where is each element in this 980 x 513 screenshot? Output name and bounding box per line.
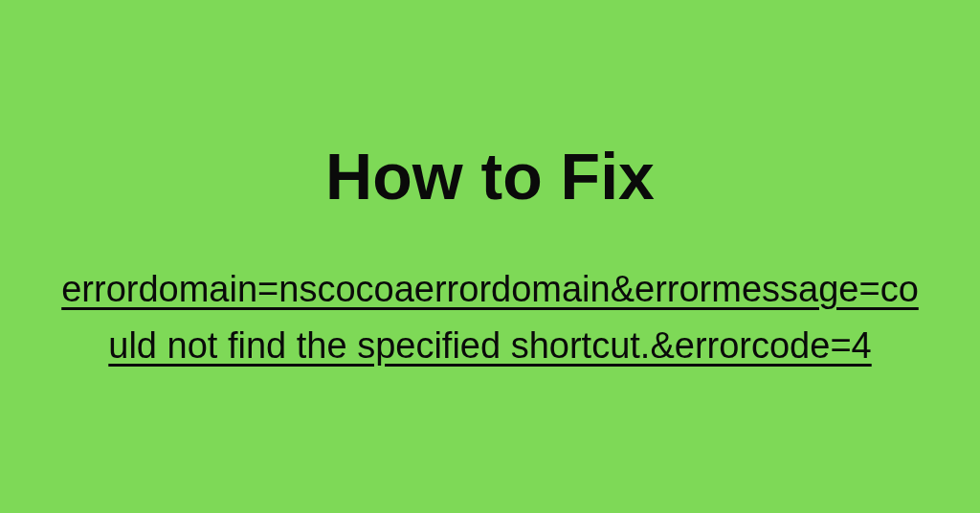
page-title: How to Fix (325, 139, 655, 213)
error-message-text: errordomain=nscocoaerrordomain&errormess… (59, 261, 921, 374)
